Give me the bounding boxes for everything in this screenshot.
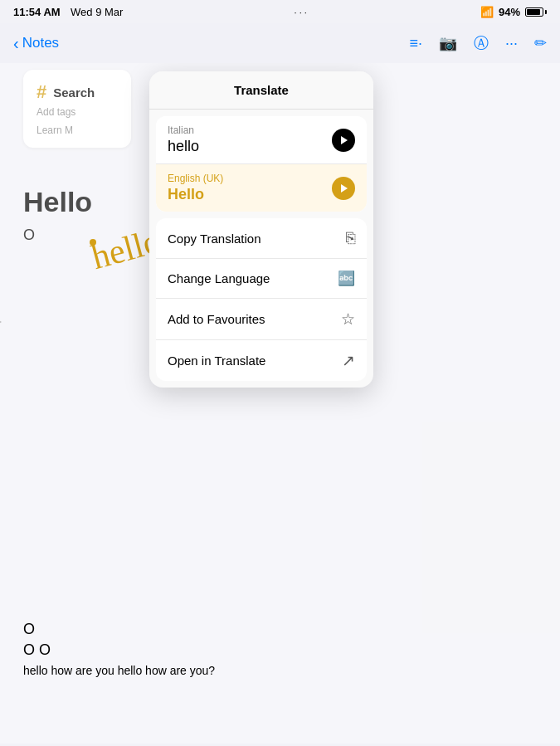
status-time: 11:54 AM: [13, 6, 61, 18]
bottom-text: O O O hello how are you hello how are yo…: [23, 619, 215, 677]
open-in-translate-label: Open in Translate: [168, 353, 265, 368]
open-in-translate-button[interactable]: Open in Translate ↗: [156, 340, 367, 381]
nav-actions: ≡· 📷 Ⓐ ··· ✏: [409, 33, 547, 53]
checklist-icon[interactable]: ≡·: [409, 35, 422, 52]
source-text: hello: [168, 138, 199, 155]
action-list: Copy Translation ⎘ Change Language 🔤 Add…: [156, 218, 367, 381]
add-to-favourites-button[interactable]: Add to Favourites ☆: [156, 299, 367, 340]
status-right: 📶 94%: [480, 6, 547, 18]
target-play-button[interactable]: [332, 177, 355, 200]
target-text: Hello: [168, 186, 223, 203]
translate-icon: 🔤: [338, 270, 355, 287]
more-icon[interactable]: ···: [505, 35, 518, 52]
translate-popup: Translate Italian hello English (UK) Hel…: [149, 71, 373, 388]
play-triangle-icon: [341, 136, 348, 144]
star-icon: ☆: [341, 310, 355, 329]
nav-bar: ‹ Notes ≡· 📷 Ⓐ ··· ✏: [0, 23, 560, 63]
status-bar: 11:54 AM Wed 9 Mar ··· 📶 94%: [0, 0, 560, 23]
back-label: Notes: [22, 35, 59, 51]
change-language-button[interactable]: Change Language 🔤: [156, 259, 367, 299]
source-play-button[interactable]: [332, 129, 355, 152]
chevron-left-icon: ‹: [13, 34, 19, 53]
play-triangle-gold-icon: [341, 184, 348, 193]
source-lang-label: Italian: [168, 124, 199, 136]
copy-translation-button[interactable]: Copy Translation ⎘: [156, 218, 367, 259]
status-center: ···: [295, 4, 309, 19]
translate-header: Translate: [149, 71, 373, 110]
copy-icon: ⎘: [346, 229, 355, 247]
battery-percent: 94%: [499, 6, 520, 18]
add-to-favourites-label: Add to Favourites: [168, 312, 265, 326]
target-lang-label: English (UK): [168, 173, 223, 184]
compose-icon[interactable]: ✏: [534, 34, 547, 52]
battery-icon: [525, 7, 547, 17]
back-button[interactable]: ‹ Notes: [13, 34, 59, 53]
status-date: Wed 9 Mar: [71, 6, 123, 18]
bottom-letter-oo: O O: [23, 640, 215, 661]
bottom-letter-o1: O: [23, 619, 215, 640]
target-language-row[interactable]: English (UK) Hello: [156, 164, 367, 212]
wifi-icon: 📶: [480, 6, 494, 18]
side-play-icon[interactable]: [0, 316, 2, 328]
status-time-date: 11:54 AM Wed 9 Mar: [13, 4, 123, 19]
bottom-sentence: hello how are you hello how are you?: [23, 664, 215, 677]
external-link-icon: ↗: [342, 351, 355, 370]
camera-icon[interactable]: 📷: [439, 34, 457, 52]
source-language-row[interactable]: Italian hello: [156, 116, 367, 164]
change-language-label: Change Language: [168, 271, 270, 285]
markup-icon[interactable]: Ⓐ: [474, 33, 489, 53]
translate-languages-section: Italian hello English (UK) Hello: [156, 116, 367, 212]
copy-translation-label: Copy Translation: [168, 232, 261, 246]
